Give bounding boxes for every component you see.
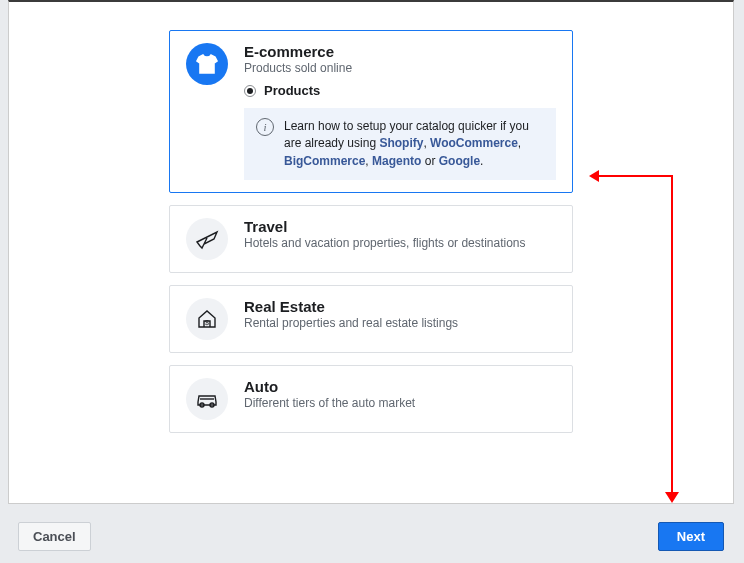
option-ecommerce-desc: Products sold online — [244, 61, 556, 75]
svg-text:$: $ — [205, 319, 209, 326]
option-real-estate-title: Real Estate — [244, 298, 458, 315]
integration-info-text: Learn how to setup your catalog quicker … — [284, 118, 544, 170]
info-or: or — [421, 154, 438, 168]
link-woocommerce[interactable]: WooCommerce — [430, 136, 518, 150]
info-comma: , — [518, 136, 521, 150]
link-bigcommerce[interactable]: BigCommerce — [284, 154, 365, 168]
cancel-button[interactable]: Cancel — [18, 522, 91, 551]
option-real-estate-content: Real Estate Rental properties and real e… — [244, 298, 458, 330]
info-icon: i — [256, 118, 274, 136]
plane-icon — [186, 218, 228, 260]
radio-dot-icon — [244, 85, 256, 97]
option-travel-desc: Hotels and vacation properties, flights … — [244, 236, 526, 250]
option-ecommerce[interactable]: E-commerce Products sold online Products… — [169, 30, 573, 193]
link-shopify[interactable]: Shopify — [379, 136, 423, 150]
option-travel-title: Travel — [244, 218, 526, 235]
catalog-type-options: E-commerce Products sold online Products… — [9, 2, 733, 433]
integration-info-box: i Learn how to setup your catalog quicke… — [244, 108, 556, 180]
option-travel[interactable]: Travel Hotels and vacation properties, f… — [169, 205, 573, 273]
option-ecommerce-title: E-commerce — [244, 43, 556, 60]
option-auto[interactable]: Auto Different tiers of the auto market — [169, 365, 573, 433]
modal-footer: Cancel Next — [8, 511, 734, 561]
info-text-post: . — [480, 154, 483, 168]
next-button[interactable]: Next — [658, 522, 724, 551]
products-radio[interactable]: Products — [244, 83, 556, 98]
link-google[interactable]: Google — [439, 154, 480, 168]
option-auto-desc: Different tiers of the auto market — [244, 396, 415, 410]
option-auto-title: Auto — [244, 378, 415, 395]
catalog-type-modal: E-commerce Products sold online Products… — [8, 0, 734, 504]
option-auto-content: Auto Different tiers of the auto market — [244, 378, 415, 410]
house-icon: $ — [186, 298, 228, 340]
option-real-estate-desc: Rental properties and real estate listin… — [244, 316, 458, 330]
car-icon — [186, 378, 228, 420]
option-travel-content: Travel Hotels and vacation properties, f… — [244, 218, 526, 250]
option-real-estate[interactable]: $ Real Estate Rental properties and real… — [169, 285, 573, 353]
tshirt-icon — [186, 43, 228, 85]
products-radio-label: Products — [264, 83, 320, 98]
option-ecommerce-content: E-commerce Products sold online Products… — [244, 43, 556, 180]
link-magento[interactable]: Magento — [372, 154, 421, 168]
